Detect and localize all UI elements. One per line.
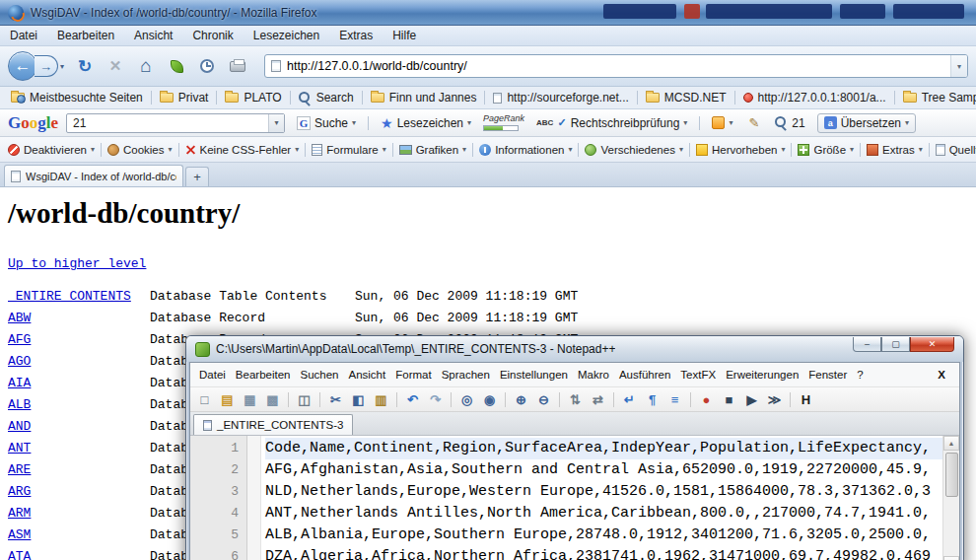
notepad-menu-x[interactable]: X [933,367,955,383]
notepad-menu-format[interactable]: Format [390,367,436,383]
firefox-menu-datei[interactable]: Datei [10,29,37,42]
play-macro-icon[interactable]: ▶ [742,390,761,408]
bookmark-item[interactable]: Tree Samples [898,90,976,105]
show-all-chars-icon[interactable]: ¶ [643,390,662,408]
directory-entry-link[interactable]: ATA [8,546,31,560]
maximize-button[interactable]: ▢ [881,337,910,352]
print-button[interactable] [226,53,249,79]
sync-scroll-h-icon[interactable]: ⇄ [589,390,607,408]
zoom-out-icon[interactable]: ⊖ [534,390,553,408]
firefox-menu-bearbeiten[interactable]: Bearbeiten [57,29,114,42]
stop-button[interactable]: ✕ [104,53,127,79]
webdev-item-quelltext[interactable]: Quelltext▾ [932,142,976,158]
redo-icon[interactable]: ↷ [426,390,445,408]
zoom-in-icon[interactable]: ⊕ [512,390,530,408]
word-wrap-icon[interactable]: ↵ [620,390,639,408]
close-button[interactable]: ✕ [910,337,954,352]
history-dropdown-icon[interactable]: ▾ [58,62,66,71]
document-tab[interactable]: _ENTIRE_CONTENTS-3 [193,414,353,435]
notepad-menu-textfx[interactable]: TextFX [675,367,721,383]
webdev-item-keine-css-fehler[interactable]: Keine CSS-Fehler▾ [181,142,304,158]
google-search-button[interactable]: G Suche ▾ [293,114,360,132]
html-preview-icon[interactable]: H [797,390,815,408]
pagerank-widget[interactable]: PageRank [483,114,524,131]
directory-entry-link[interactable]: ANT [8,438,31,459]
translate-button[interactable]: a Übersetzen ▾ [817,113,916,133]
code-area[interactable]: Code,Name,Continent,Region,SurfaceArea,I… [261,436,942,560]
new-tab-button[interactable]: + [185,167,209,186]
bookmark-item[interactable]: Privat [155,90,214,105]
minimize-button[interactable]: – [853,337,881,352]
record-macro-icon[interactable]: ● [697,390,716,408]
firefox-titlebar[interactable]: WsgiDAV - Index of /world-db/country/ - … [0,0,976,26]
webdev-item-grafiken[interactable]: Grafiken▾ [395,142,470,158]
scrollbar-thumb[interactable] [945,453,958,497]
bookmark-item[interactable]: PLATO [220,90,286,105]
search-history-dropdown[interactable]: ▾ [268,114,284,132]
firefox-menu-ansicht[interactable]: Ansicht [134,29,173,42]
google-search-box[interactable]: 21 ▾ [66,113,285,133]
firefox-menu-chronik[interactable]: Chronik [192,29,233,42]
bookmark-item[interactable]: MCSD.NET [641,90,732,105]
directory-entry-link[interactable]: ARM [8,503,31,525]
scroll-down-button[interactable]: ▼ [943,556,959,560]
notepad-menu-makro[interactable]: Makro [573,367,614,383]
bookmark-item[interactable]: Meistbesuchte Seiten [6,90,148,105]
copy-icon[interactable]: ◧ [349,390,368,408]
save-all-icon[interactable]: ▩ [263,390,282,408]
notepad-menu-fenster[interactable]: Fenster [803,367,852,383]
webdev-item-formulare[interactable]: Formulare▾ [308,142,389,158]
webdev-item-gr-e[interactable]: Größe▾ [794,142,858,158]
notepad-menu-bearbeiten[interactable]: Bearbeiten [231,367,296,383]
save-icon[interactable]: ▦ [241,390,259,408]
open-folder-icon[interactable]: ▤ [218,390,237,408]
notepad-menu-sprachen[interactable]: Sprachen [437,367,495,383]
highlight-count-button[interactable]: 21 [771,114,808,132]
bookmark-item[interactable]: http://sourceforge.net... [488,90,633,105]
firefox-menu-lesezeichen[interactable]: Lesezeichen [253,29,319,42]
google-search-value[interactable]: 21 [67,116,268,130]
stop-macro-icon[interactable]: ■ [720,390,738,408]
google-bookmarks-button[interactable]: ★ Lesezeichen ▾ [377,114,475,132]
address-bar[interactable]: http://127.0.0.1/world-db/country/ ▾ [264,54,968,78]
history-button[interactable] [195,53,219,79]
directory-entry-link[interactable]: AND [8,416,31,438]
webdev-item-hervorheben[interactable]: Hervorheben▾ [692,142,790,158]
print-icon[interactable]: ◫ [295,390,314,408]
bookmark-item[interactable]: Search [294,90,359,105]
replace-icon[interactable]: ◉ [480,390,499,408]
bookmark-item[interactable]: http://127.0.0.1:8001/a... [738,90,891,105]
editor-scrollbar[interactable]: ▲ ▼ [942,436,959,560]
directory-entry-link[interactable]: ABW [8,308,31,329]
paste-icon[interactable]: ▥ [372,390,390,408]
spellcheck-button[interactable]: ABC ✓ Rechtschreibprüfung ▾ [532,114,691,132]
firefox-menu-extras[interactable]: Extras [339,29,373,42]
home-button[interactable]: ⌂ [134,53,158,79]
notepad-menu-einstellungen[interactable]: Einstellungen [495,367,573,383]
directory-entry-link[interactable]: AFG [8,329,31,351]
run-macro-multi-icon[interactable]: ≫ [765,390,784,408]
directory-entry-link[interactable]: ASM [8,525,31,546]
directory-entry-link[interactable]: AIA [8,373,31,394]
directory-entry-link[interactable]: ARG [8,481,31,503]
notepad-menu-ansicht[interactable]: Ansicht [344,367,391,383]
editor[interactable]: 123456 Code,Name,Continent,Region,Surfac… [190,436,959,560]
notepad-menu-datei[interactable]: Datei [194,367,231,383]
autofill-button[interactable]: ✎ [744,114,763,131]
reload-button[interactable]: ↻ [73,53,97,79]
new-file-icon[interactable]: □ [195,390,214,408]
forward-button[interactable]: → [35,55,58,77]
undo-icon[interactable]: ↶ [403,390,422,408]
up-to-higher-level-link[interactable]: Up to higher level [8,256,146,272]
url-text[interactable]: http://127.0.0.1/world-db/country/ [287,59,944,73]
webdev-item-deaktivieren[interactable]: Deaktivieren▾ [4,142,99,158]
indent-guide-icon[interactable]: ≡ [665,390,684,408]
find-icon[interactable]: ◎ [457,390,476,408]
directory-entry-link[interactable]: ALB [8,394,31,416]
webdev-item-verschiedenes[interactable]: Verschiedenes▾ [581,142,686,158]
directory-entry-link[interactable]: ARE [8,459,31,481]
directory-entry-link[interactable]: ENTIRE CONTENTS [8,286,131,308]
firefox-menu-hilfe[interactable]: Hilfe [392,29,416,42]
webdev-item-informationen[interactable]: Informationen▾ [475,142,576,158]
bookmark-item[interactable]: Finn und Jannes [366,90,482,105]
